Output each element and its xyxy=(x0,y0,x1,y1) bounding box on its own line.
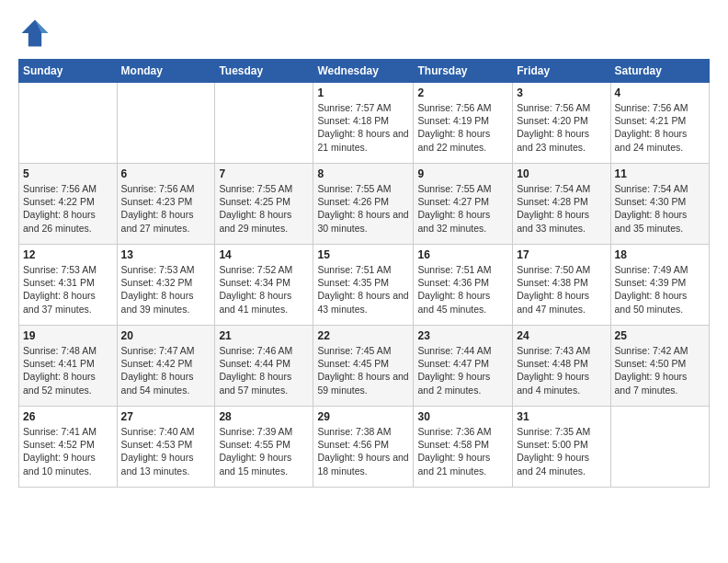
day-number: 5 xyxy=(23,167,113,180)
day-number: 27 xyxy=(121,410,211,423)
day-content: Sunrise: 7:52 AM Sunset: 4:34 PM Dayligh… xyxy=(219,263,309,316)
day-number: 14 xyxy=(219,248,309,261)
day-number: 25 xyxy=(615,329,705,342)
day-number: 3 xyxy=(517,86,606,99)
day-content: Sunrise: 7:41 AM Sunset: 4:52 PM Dayligh… xyxy=(23,425,113,477)
day-number: 4 xyxy=(615,86,705,99)
calendar-cell: 8Sunrise: 7:55 AM Sunset: 4:26 PM Daylig… xyxy=(313,164,414,245)
day-content: Sunrise: 7:57 AM Sunset: 4:18 PM Dayligh… xyxy=(317,101,409,154)
calendar-cell: 16Sunrise: 7:51 AM Sunset: 4:36 PM Dayli… xyxy=(414,245,513,326)
page: SundayMondayTuesdayWednesdayThursdayFrid… xyxy=(0,0,728,497)
day-content: Sunrise: 7:55 AM Sunset: 4:25 PM Dayligh… xyxy=(219,182,309,235)
day-content: Sunrise: 7:36 AM Sunset: 4:58 PM Dayligh… xyxy=(417,425,508,477)
header xyxy=(18,17,710,50)
day-number: 22 xyxy=(317,329,409,342)
calendar-cell: 24Sunrise: 7:43 AM Sunset: 4:48 PM Dayli… xyxy=(513,326,610,407)
calendar-cell xyxy=(19,83,118,164)
day-number: 10 xyxy=(517,167,606,180)
day-content: Sunrise: 7:54 AM Sunset: 4:30 PM Dayligh… xyxy=(615,182,705,235)
day-number: 12 xyxy=(23,248,113,261)
day-number: 13 xyxy=(121,248,211,261)
calendar-week-3: 12Sunrise: 7:53 AM Sunset: 4:31 PM Dayli… xyxy=(19,245,710,326)
day-content: Sunrise: 7:56 AM Sunset: 4:20 PM Dayligh… xyxy=(517,101,606,154)
calendar-cell: 7Sunrise: 7:55 AM Sunset: 4:25 PM Daylig… xyxy=(215,164,313,245)
calendar-cell: 20Sunrise: 7:47 AM Sunset: 4:42 PM Dayli… xyxy=(117,326,215,407)
day-content: Sunrise: 7:56 AM Sunset: 4:19 PM Dayligh… xyxy=(417,101,508,154)
calendar-cell: 27Sunrise: 7:40 AM Sunset: 4:53 PM Dayli… xyxy=(117,407,215,488)
logo-icon xyxy=(18,17,51,50)
logo xyxy=(18,17,55,50)
calendar-table: SundayMondayTuesdayWednesdayThursdayFrid… xyxy=(18,59,710,488)
day-content: Sunrise: 7:54 AM Sunset: 4:28 PM Dayligh… xyxy=(517,182,606,235)
day-number: 24 xyxy=(517,329,606,342)
day-number: 9 xyxy=(417,167,508,180)
calendar-cell xyxy=(117,83,215,164)
calendar-week-1: 1Sunrise: 7:57 AM Sunset: 4:18 PM Daylig… xyxy=(19,83,710,164)
day-number: 29 xyxy=(317,410,409,423)
calendar-cell: 26Sunrise: 7:41 AM Sunset: 4:52 PM Dayli… xyxy=(19,407,118,488)
calendar-cell: 13Sunrise: 7:53 AM Sunset: 4:32 PM Dayli… xyxy=(117,245,215,326)
day-content: Sunrise: 7:43 AM Sunset: 4:48 PM Dayligh… xyxy=(517,344,606,396)
calendar-cell: 21Sunrise: 7:46 AM Sunset: 4:44 PM Dayli… xyxy=(215,326,313,407)
calendar-cell: 18Sunrise: 7:49 AM Sunset: 4:39 PM Dayli… xyxy=(610,245,709,326)
calendar-cell: 9Sunrise: 7:55 AM Sunset: 4:27 PM Daylig… xyxy=(414,164,513,245)
calendar-cell: 6Sunrise: 7:56 AM Sunset: 4:23 PM Daylig… xyxy=(117,164,215,245)
day-content: Sunrise: 7:49 AM Sunset: 4:39 PM Dayligh… xyxy=(615,263,705,316)
calendar-week-5: 26Sunrise: 7:41 AM Sunset: 4:52 PM Dayli… xyxy=(19,407,710,488)
calendar-week-4: 19Sunrise: 7:48 AM Sunset: 4:41 PM Dayli… xyxy=(19,326,710,407)
calendar-cell: 30Sunrise: 7:36 AM Sunset: 4:58 PM Dayli… xyxy=(414,407,513,488)
day-number: 28 xyxy=(219,410,309,423)
day-content: Sunrise: 7:44 AM Sunset: 4:47 PM Dayligh… xyxy=(417,344,508,396)
weekday-header-thursday: Thursday xyxy=(414,60,513,83)
day-content: Sunrise: 7:55 AM Sunset: 4:26 PM Dayligh… xyxy=(317,182,409,235)
calendar-cell xyxy=(215,83,313,164)
day-content: Sunrise: 7:47 AM Sunset: 4:42 PM Dayligh… xyxy=(121,344,211,396)
calendar-cell: 1Sunrise: 7:57 AM Sunset: 4:18 PM Daylig… xyxy=(313,83,414,164)
day-content: Sunrise: 7:40 AM Sunset: 4:53 PM Dayligh… xyxy=(121,425,211,477)
calendar-cell: 5Sunrise: 7:56 AM Sunset: 4:22 PM Daylig… xyxy=(19,164,118,245)
day-number: 1 xyxy=(317,86,409,99)
day-content: Sunrise: 7:35 AM Sunset: 5:00 PM Dayligh… xyxy=(517,425,606,477)
day-content: Sunrise: 7:56 AM Sunset: 4:21 PM Dayligh… xyxy=(615,101,705,154)
calendar-cell: 15Sunrise: 7:51 AM Sunset: 4:35 PM Dayli… xyxy=(313,245,414,326)
calendar-cell: 12Sunrise: 7:53 AM Sunset: 4:31 PM Dayli… xyxy=(19,245,118,326)
calendar-cell: 22Sunrise: 7:45 AM Sunset: 4:45 PM Dayli… xyxy=(313,326,414,407)
day-number: 31 xyxy=(517,410,606,423)
calendar-body: 1Sunrise: 7:57 AM Sunset: 4:18 PM Daylig… xyxy=(19,83,710,488)
weekday-header-saturday: Saturday xyxy=(610,60,709,83)
day-number: 15 xyxy=(317,248,409,261)
day-number: 6 xyxy=(121,167,211,180)
day-number: 19 xyxy=(23,329,113,342)
day-content: Sunrise: 7:45 AM Sunset: 4:45 PM Dayligh… xyxy=(317,344,409,396)
day-content: Sunrise: 7:51 AM Sunset: 4:35 PM Dayligh… xyxy=(317,263,409,316)
day-number: 17 xyxy=(517,248,606,261)
weekday-header-monday: Monday xyxy=(117,60,215,83)
calendar-cell: 10Sunrise: 7:54 AM Sunset: 4:28 PM Dayli… xyxy=(513,164,610,245)
calendar-cell: 17Sunrise: 7:50 AM Sunset: 4:38 PM Dayli… xyxy=(513,245,610,326)
day-content: Sunrise: 7:53 AM Sunset: 4:32 PM Dayligh… xyxy=(121,263,211,316)
day-number: 2 xyxy=(417,86,508,99)
calendar-cell: 4Sunrise: 7:56 AM Sunset: 4:21 PM Daylig… xyxy=(610,83,709,164)
day-number: 18 xyxy=(615,248,705,261)
calendar-cell: 31Sunrise: 7:35 AM Sunset: 5:00 PM Dayli… xyxy=(513,407,610,488)
calendar-cell: 2Sunrise: 7:56 AM Sunset: 4:19 PM Daylig… xyxy=(414,83,513,164)
weekday-header-wednesday: Wednesday xyxy=(313,60,414,83)
weekday-header-row: SundayMondayTuesdayWednesdayThursdayFrid… xyxy=(19,60,710,83)
day-content: Sunrise: 7:56 AM Sunset: 4:22 PM Dayligh… xyxy=(23,182,113,235)
calendar-cell: 29Sunrise: 7:38 AM Sunset: 4:56 PM Dayli… xyxy=(313,407,414,488)
calendar-cell: 3Sunrise: 7:56 AM Sunset: 4:20 PM Daylig… xyxy=(513,83,610,164)
day-content: Sunrise: 7:51 AM Sunset: 4:36 PM Dayligh… xyxy=(417,263,508,316)
day-content: Sunrise: 7:53 AM Sunset: 4:31 PM Dayligh… xyxy=(23,263,113,316)
day-content: Sunrise: 7:50 AM Sunset: 4:38 PM Dayligh… xyxy=(517,263,606,316)
calendar-cell: 19Sunrise: 7:48 AM Sunset: 4:41 PM Dayli… xyxy=(19,326,118,407)
calendar-cell: 23Sunrise: 7:44 AM Sunset: 4:47 PM Dayli… xyxy=(414,326,513,407)
day-number: 8 xyxy=(317,167,409,180)
day-number: 16 xyxy=(417,248,508,261)
day-content: Sunrise: 7:55 AM Sunset: 4:27 PM Dayligh… xyxy=(417,182,508,235)
calendar-cell xyxy=(610,407,709,488)
calendar-cell: 11Sunrise: 7:54 AM Sunset: 4:30 PM Dayli… xyxy=(610,164,709,245)
day-number: 26 xyxy=(23,410,113,423)
calendar-cell: 14Sunrise: 7:52 AM Sunset: 4:34 PM Dayli… xyxy=(215,245,313,326)
weekday-header-tuesday: Tuesday xyxy=(215,60,313,83)
day-content: Sunrise: 7:38 AM Sunset: 4:56 PM Dayligh… xyxy=(317,425,409,477)
